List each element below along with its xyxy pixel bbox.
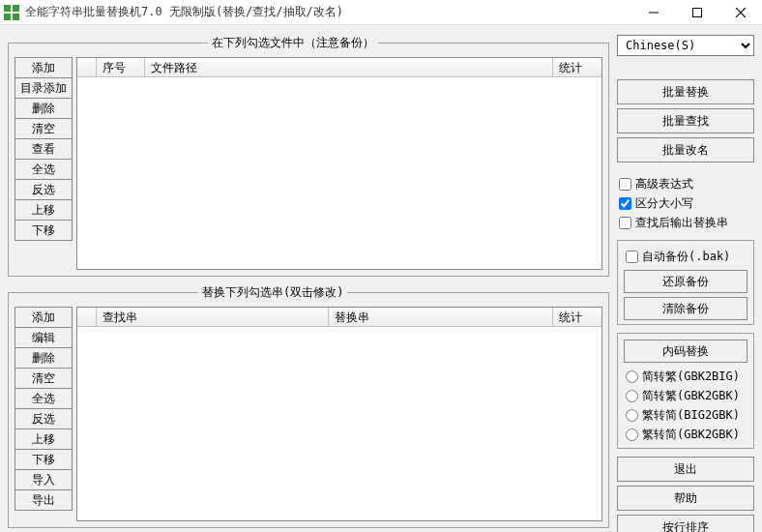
strings-move-down-button[interactable]: 下移 — [15, 449, 73, 470]
code-replace-button[interactable]: 内码替换 — [624, 340, 747, 363]
auto-backup-checkbox[interactable] — [626, 251, 638, 263]
t2s-gbk2gbk-radio[interactable] — [626, 429, 638, 441]
language-select[interactable]: Chinese(S) — [617, 35, 754, 56]
strings-col-replace[interactable]: 替换串 — [329, 308, 553, 326]
strings-edit-button[interactable]: 编辑 — [15, 327, 73, 348]
clear-backup-button[interactable]: 清除备份 — [624, 297, 747, 320]
t2s-big2gbk-radio-row[interactable]: 繁转简(BIG2GBK) — [624, 405, 747, 425]
t2s-big2gbk-radio[interactable] — [626, 409, 638, 422]
files-dir-add-button[interactable]: 目录添加 — [15, 77, 73, 99]
files-delete-button[interactable]: 删除 — [15, 98, 73, 119]
files-clear-button[interactable]: 清空 — [15, 118, 73, 139]
regex-checkbox-row[interactable]: 高级表达式 — [617, 174, 754, 193]
files-col-checkbox[interactable] — [77, 58, 97, 76]
case-checkbox[interactable] — [619, 197, 631, 210]
svg-rect-5 — [692, 8, 701, 16]
encoding-panel: 内码替换 简转繁(GBK2BIG) 简转繁(GBK2GBK) 繁转简(BIG2G… — [617, 333, 754, 449]
strings-group-legend: 替换下列勾选串(双击修改) — [198, 284, 347, 301]
strings-add-button[interactable]: 添加 — [15, 307, 73, 328]
strings-clear-button[interactable]: 清空 — [15, 368, 73, 389]
case-checkbox-label: 区分大小写 — [635, 195, 693, 212]
case-checkbox-row[interactable]: 区分大小写 — [617, 193, 754, 213]
output-after-find-checkbox-row[interactable]: 查找后输出替换串 — [617, 213, 754, 232]
strings-listview-header: 查找串 替换串 统计 — [77, 308, 601, 327]
t2s-big2gbk-label: 繁转简(BIG2GBK) — [642, 407, 740, 424]
strings-listview-body — [77, 327, 601, 520]
files-add-button[interactable]: 添加 — [15, 57, 73, 78]
strings-group: 替换下列勾选串(双击修改) 添加 编辑 删除 清空 全选 反选 上移 下移 导入… — [8, 284, 609, 528]
s2t-gbk2big-radio[interactable] — [626, 370, 638, 383]
strings-col-find[interactable]: 查找串 — [97, 308, 329, 326]
files-listview-header: 序号 文件路径 统计 — [77, 58, 601, 77]
s2t-gbk2big-label: 简转繁(GBK2BIG) — [642, 369, 740, 385]
files-col-stat[interactable]: 统计 — [553, 58, 601, 76]
s2t-gbk2gbk-radio[interactable] — [626, 390, 638, 402]
backup-panel: 自动备份(.bak) 还原备份 清除备份 — [617, 240, 754, 325]
app-icon — [4, 5, 19, 20]
close-icon — [736, 8, 746, 17]
batch-replace-button[interactable]: 批量替换 — [617, 79, 754, 104]
title-bar: 全能字符串批量替换机7.0 无限制版(替换/查找/抽取/改名) — [0, 0, 762, 25]
files-move-up-button[interactable]: 上移 — [15, 199, 73, 221]
batch-rename-button[interactable]: 批量改名 — [617, 137, 754, 163]
maximize-icon — [692, 8, 702, 17]
files-invert-button[interactable]: 反选 — [15, 179, 73, 200]
files-listview-body — [77, 77, 601, 269]
regex-checkbox-label: 高级表达式 — [635, 176, 693, 192]
output-after-find-checkbox[interactable] — [619, 217, 631, 229]
help-button[interactable]: 帮助 — [617, 486, 754, 511]
files-col-path[interactable]: 文件路径 — [145, 58, 553, 76]
files-select-all-button[interactable]: 全选 — [15, 159, 73, 180]
strings-import-button[interactable]: 导入 — [15, 469, 73, 490]
strings-select-all-button[interactable]: 全选 — [15, 388, 73, 409]
maximize-button[interactable] — [675, 0, 718, 25]
strings-col-checkbox[interactable] — [77, 308, 97, 326]
strings-move-up-button[interactable]: 上移 — [15, 429, 73, 450]
strings-listview[interactable]: 查找串 替换串 统计 — [76, 307, 602, 521]
files-move-down-button[interactable]: 下移 — [15, 220, 73, 241]
minimize-button[interactable] — [631, 0, 675, 25]
files-view-button[interactable]: 查看 — [15, 138, 73, 160]
sort-by-line-button[interactable]: 按行排序 — [617, 515, 754, 532]
t2s-gbk2gbk-radio-row[interactable]: 繁转简(GBK2GBK) — [624, 425, 747, 444]
strings-invert-button[interactable]: 反选 — [15, 408, 73, 429]
t2s-gbk2gbk-label: 繁转简(GBK2GBK) — [642, 427, 740, 443]
strings-col-stat[interactable]: 统计 — [553, 308, 601, 326]
auto-backup-checkbox-label: 自动备份(.bak) — [642, 249, 730, 265]
files-listview[interactable]: 序号 文件路径 统计 — [76, 57, 602, 270]
files-col-index[interactable]: 序号 — [97, 58, 145, 76]
s2t-gbk2gbk-label: 简转繁(GBK2GBK) — [642, 388, 740, 404]
files-group-legend: 在下列勾选文件中（注意备份） — [208, 35, 378, 51]
files-group: 在下列勾选文件中（注意备份） 添加 目录添加 删除 清空 查看 全选 反选 上移… — [8, 35, 609, 277]
s2t-gbk2big-radio-row[interactable]: 简转繁(GBK2BIG) — [624, 367, 747, 386]
window-title: 全能字符串批量替换机7.0 无限制版(替换/查找/抽取/改名) — [25, 4, 343, 20]
svg-rect-1 — [13, 5, 19, 12]
output-after-find-checkbox-label: 查找后输出替换串 — [635, 215, 728, 231]
exit-button[interactable]: 退出 — [617, 457, 754, 482]
strings-button-stack: 添加 编辑 删除 清空 全选 反选 上移 下移 导入 导出 — [15, 307, 73, 521]
svg-rect-0 — [4, 5, 11, 12]
s2t-gbk2gbk-radio-row[interactable]: 简转繁(GBK2GBK) — [624, 386, 747, 405]
auto-backup-checkbox-row[interactable]: 自动备份(.bak) — [624, 247, 747, 266]
svg-rect-2 — [4, 14, 11, 20]
strings-delete-button[interactable]: 删除 — [15, 347, 73, 369]
svg-rect-3 — [13, 14, 19, 20]
strings-export-button[interactable]: 导出 — [15, 489, 73, 511]
minimize-icon — [649, 8, 659, 17]
batch-find-button[interactable]: 批量查找 — [617, 108, 754, 133]
regex-checkbox[interactable] — [619, 178, 631, 191]
close-button[interactable] — [718, 0, 762, 25]
files-button-stack: 添加 目录添加 删除 清空 查看 全选 反选 上移 下移 — [15, 57, 73, 270]
restore-backup-button[interactable]: 还原备份 — [624, 270, 747, 293]
